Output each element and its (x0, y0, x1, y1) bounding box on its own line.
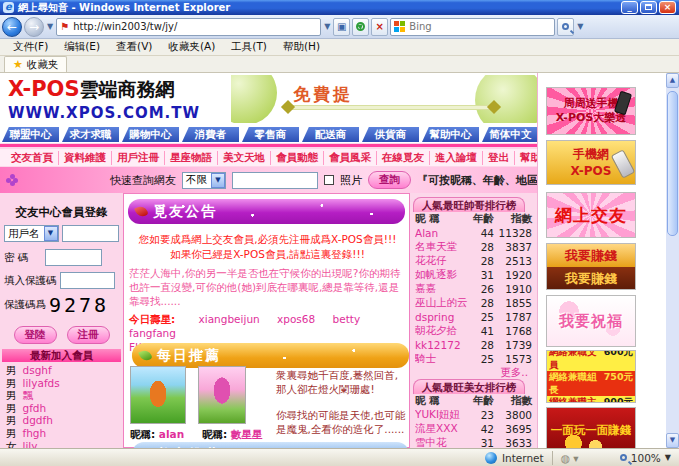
address-input[interactable]: ⚑ http://win2003/tw/jy/ (56, 18, 321, 36)
search-scope-select[interactable]: 不限 ▼ (182, 172, 226, 189)
rank-name-link[interactable]: 如帆逐影 (415, 268, 468, 282)
username-input[interactable] (62, 225, 119, 242)
address-url[interactable]: http://win2003/tw/jy/ (73, 21, 177, 32)
rank-name-link[interactable]: 名車天堂 (415, 240, 468, 254)
photo-checkbox[interactable] (324, 175, 334, 185)
rank-name-link[interactable]: 騎士 (415, 352, 468, 366)
vertical-scrollbar[interactable]: ▲ ▼ (666, 73, 679, 448)
rank-name-link[interactable]: dspring (415, 311, 468, 323)
ad-blessing[interactable]: 我要祝福 (546, 295, 636, 347)
login-button[interactable]: 登陸 (14, 326, 57, 344)
register-button[interactable]: 注冊 (67, 326, 110, 344)
nav-tab-help[interactable]: 幫助中心 (422, 127, 479, 142)
search-options-chevron-icon[interactable]: ▼ (576, 22, 584, 31)
menu-favorites[interactable]: 收藏夹(A) (161, 39, 222, 55)
site-logo[interactable]: X-POS雲端商務網 (8, 77, 175, 103)
nav-tab-consumer[interactable]: 消費者 (182, 127, 239, 142)
ad-lottery[interactable]: 周周送手機 X-POS大樂透 (546, 87, 636, 135)
rank-name-link[interactable]: Alan (415, 227, 468, 239)
rank-row: 名車天堂283837 (413, 240, 534, 254)
scroll-down-button[interactable]: ▼ (666, 433, 679, 448)
member-name-link[interactable]: lilyafds (23, 377, 60, 390)
captcha-input[interactable] (60, 272, 115, 289)
subnav-register[interactable]: 用戶注冊 (111, 151, 164, 165)
rank-name-link[interactable]: 雪中花 (415, 436, 468, 448)
username-select[interactable]: 用戶名 ▼ (4, 225, 59, 242)
subnav-horoscope[interactable]: 星座物語 (164, 151, 217, 165)
member-name-link[interactable]: dsghf (23, 364, 52, 377)
profile-photo[interactable] (198, 366, 246, 424)
rank-name-link[interactable]: kk12172 (415, 339, 468, 351)
subnav-forum[interactable]: 進入論壇 (429, 151, 482, 165)
history-chevron-icon[interactable]: ▼ (46, 22, 54, 31)
stop-button[interactable]: × (371, 18, 388, 36)
query-button[interactable]: 查詢 (368, 171, 411, 189)
rank-name-link[interactable]: 巫山上的云 (415, 296, 468, 310)
rank-name-link[interactable]: 花花仔 (415, 254, 468, 268)
address-dropdown-icon[interactable]: ▼ (323, 22, 331, 31)
member-name-link[interactable]: lily (23, 440, 38, 448)
nav-tab-jobs[interactable]: 求才求職 (62, 127, 119, 142)
ad-dating[interactable]: 網上交友 (546, 192, 636, 238)
ad-play-earn[interactable]: 一面玩一面賺錢 (546, 407, 636, 448)
subnav-profile[interactable]: 資料維護 (58, 151, 111, 165)
nickname-label: 昵稱: (130, 428, 155, 440)
nickname-link[interactable]: alan (159, 428, 184, 440)
back-button[interactable]: ← (2, 17, 22, 37)
forward-button[interactable]: → (24, 17, 44, 37)
birthday-name-link[interactable]: betty (333, 313, 361, 325)
minimize-button[interactable]: _ (621, 1, 638, 14)
menu-view[interactable]: 查看(V) (109, 39, 159, 55)
header-banner[interactable]: 免費提 (231, 75, 539, 123)
nav-tab-supplier[interactable]: 供貨商 (362, 127, 419, 142)
profile-photo[interactable] (130, 366, 186, 424)
search-box[interactable] (390, 18, 555, 36)
subnav-essays[interactable]: 美文天地 (217, 151, 270, 165)
subnav-member-style[interactable]: 會員風采 (323, 151, 376, 165)
subnav-home[interactable]: 交友首頁 (6, 151, 58, 165)
subnav-logout[interactable]: 登出 (482, 151, 514, 165)
member-name-link[interactable]: 飄 (23, 389, 34, 402)
rank-name-link[interactable]: YUKI妞妞 (415, 408, 468, 422)
nav-tab-alliance[interactable]: 聯盟中心 (2, 127, 59, 142)
birthday-name-link[interactable]: fangfang (129, 327, 176, 339)
member-name-link[interactable]: gfdh (23, 402, 47, 415)
nav-tab-shopping[interactable]: 購物中心 (122, 127, 179, 142)
nav-tab-retailer[interactable]: 零售商 (242, 127, 299, 142)
zoom-control[interactable]: 100% ▼ (620, 452, 671, 464)
compatibility-view-button[interactable]: ▣ (333, 18, 350, 36)
scrollbar-thumb[interactable] (667, 91, 678, 236)
member-name-link[interactable]: fhgh (23, 427, 47, 440)
subnav-member-news[interactable]: 會員動態 (270, 151, 323, 165)
menu-edit[interactable]: 编辑(E) (57, 39, 107, 55)
menu-tools[interactable]: 工具(T) (224, 39, 274, 55)
web-search-input[interactable] (409, 21, 529, 32)
ad-work-home[interactable]: 在家上班 不是夢 網絡兼職文員600元 網絡兼職組長750元 網絡兼職主管900… (546, 350, 636, 403)
ad-mobile[interactable]: 手機網 X-POS (546, 140, 636, 185)
nav-tab-distributor[interactable]: 配送商 (302, 127, 359, 142)
close-button[interactable]: × (659, 1, 676, 14)
rank-name-link[interactable]: 朝花夕拾 (415, 324, 468, 338)
search-button[interactable] (557, 18, 574, 36)
announcement-line2[interactable]: 如果你已經是X-POS會員,請點這裏登錄!!! (130, 247, 405, 262)
quick-search-input[interactable] (232, 172, 318, 189)
rank-name-link[interactable]: 流星XXX (415, 422, 468, 436)
birthday-name-link[interactable]: xiangbeijun (199, 313, 260, 325)
nav-tab-simplified[interactable]: 简体中文 (482, 127, 539, 142)
menu-help[interactable]: 帮助(H) (276, 39, 327, 55)
protected-mode-icon[interactable]: ◍ ▾ (561, 452, 579, 464)
refresh-button[interactable] (352, 18, 369, 36)
birthday-name-link[interactable]: xpos68 (277, 313, 315, 325)
password-input[interactable] (45, 249, 102, 266)
favorites-button[interactable]: ★ 收藏夹 (4, 56, 67, 72)
subnav-online-friends[interactable]: 在線覓友 (376, 151, 429, 165)
menu-file[interactable]: 文件(F) (6, 39, 55, 55)
member-name-link[interactable]: dgdfh (23, 414, 53, 427)
rank-name-link[interactable]: 嘉嘉 (415, 282, 468, 296)
nickname-link[interactable]: 數星星 (231, 428, 263, 440)
scroll-up-button[interactable]: ▲ (666, 73, 679, 88)
restore-button[interactable] (640, 1, 657, 14)
new-members-header: 最新加入會員 (2, 349, 121, 362)
ad-earn-money[interactable]: 我要賺錢 我要賺錢 (546, 243, 636, 290)
more-link[interactable]: 更多.. (413, 366, 534, 379)
